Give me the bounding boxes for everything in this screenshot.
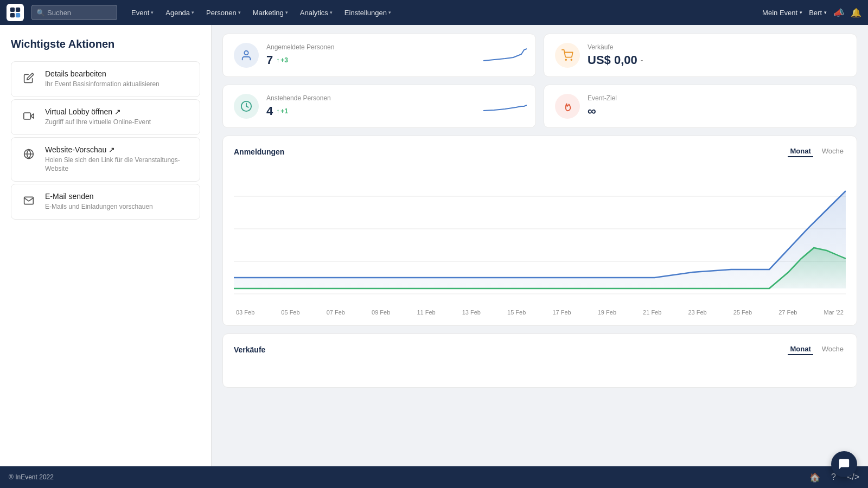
pencil-icon <box>20 69 37 87</box>
x-label-13: Mar '22 <box>824 309 843 316</box>
chevron-down-icon: ▾ <box>388 10 391 15</box>
verkaeufe-tab-monat[interactable]: Monat <box>788 344 813 355</box>
anmeldungen-tab-woche[interactable]: Woche <box>820 146 846 157</box>
search-bar[interactable]: 🔍 <box>31 5 117 20</box>
action-website-content: Website-Vorschau ↗ Holen Sie sich den Li… <box>45 145 191 174</box>
cart-icon-wrap <box>555 43 580 68</box>
clock-icon-wrap <box>234 94 259 119</box>
chevron-down-icon: ▾ <box>824 10 827 15</box>
footer: ® InEvent 2022 🏠 ? </> <box>0 466 868 488</box>
anmeldungen-chart-section: Anmeldungen Monat Woche <box>222 136 857 326</box>
nav-menu: Event ▾ Agenda ▾ Personen ▾ Marketing ▾ … <box>126 5 758 20</box>
verkaeufe-tab-woche[interactable]: Woche <box>820 344 846 355</box>
svg-marker-4 <box>30 114 34 118</box>
x-label-1: 05 Feb <box>281 309 299 316</box>
x-label-0: 03 Feb <box>236 309 254 316</box>
stat-cards: Angemeldete Personen 7 ↑ +3 <box>222 34 857 128</box>
svg-rect-0 <box>10 8 15 12</box>
stat-delta-angemeldete: ↑ +3 <box>276 56 288 64</box>
chevron-down-icon: ▾ <box>238 10 241 15</box>
action-email-subtitle: E-Mails und Einladungen vorschauen <box>45 202 191 211</box>
stat-label-verkaeufe: Verkäufe <box>588 43 846 51</box>
stat-value-event-ziel: ∞ <box>588 104 846 118</box>
action-lobby-title: Virtual Lobby öffnen ↗ <box>45 107 191 116</box>
svg-point-9 <box>565 59 566 60</box>
chevron-down-icon: ▾ <box>151 10 154 15</box>
svg-rect-3 <box>16 13 20 17</box>
stat-chart-angemeldete <box>483 44 527 66</box>
main-layout: Wichtigste Aktionen Details bearbeiten I… <box>0 25 868 466</box>
envelope-icon <box>20 192 37 209</box>
chevron-down-icon: ▾ <box>800 10 802 15</box>
search-icon: 🔍 <box>36 9 45 17</box>
anmeldungen-tab-monat[interactable]: Monat <box>788 146 813 157</box>
svg-marker-16 <box>234 191 846 288</box>
sidebar-title: Wichtigste Aktionen <box>11 38 200 50</box>
nav-item-event[interactable]: Event ▾ <box>126 5 159 20</box>
action-details[interactable]: Details bearbeiten Ihr Event Basisinform… <box>11 61 200 97</box>
verkaeufe-chart-title: Verkäufe <box>234 345 265 354</box>
mein-event-button[interactable]: Mein Event ▾ <box>762 9 802 17</box>
stat-chart-anstehende <box>483 95 527 117</box>
verkaeufe-chart-section: Verkäufe Monat Woche <box>222 333 857 388</box>
sidebar: Wichtigste Aktionen Details bearbeiten I… <box>0 25 212 466</box>
x-label-11: 25 Feb <box>733 309 752 316</box>
stat-value-verkaeufe: US$ 0,00 - <box>588 53 846 67</box>
stat-content-verkaeufe: Verkäufe US$ 0,00 - <box>588 43 846 67</box>
fire-icon-wrap <box>555 94 580 119</box>
stat-content-event-ziel: Event-Ziel ∞ <box>588 94 846 118</box>
anmeldungen-chart-area: 03 Feb 05 Feb 07 Feb 09 Feb 11 Feb 13 Fe… <box>234 164 846 316</box>
svg-point-8 <box>244 51 248 55</box>
footer-copyright: ® InEvent 2022 <box>9 473 54 481</box>
logo[interactable] <box>7 4 24 21</box>
verkaeufe-chart-tabs: Monat Woche <box>788 344 846 355</box>
action-website-title: Website-Vorschau ↗ <box>45 145 191 154</box>
globe-icon <box>20 145 37 163</box>
x-label-2: 07 Feb <box>327 309 345 316</box>
bell-icon[interactable]: 🔔 <box>851 8 861 18</box>
x-label-7: 17 Feb <box>552 309 571 316</box>
person-icon-wrap <box>234 43 259 68</box>
chat-button[interactable] <box>831 451 857 477</box>
action-lobby-subtitle: Zugriff auf Ihre virtuelle Online-Event <box>45 118 191 127</box>
search-input[interactable] <box>47 9 112 17</box>
action-email[interactable]: E-Mail senden E-Mails und Einladungen vo… <box>11 184 200 220</box>
anmeldungen-chart-title: Anmeldungen <box>234 147 284 156</box>
home-icon[interactable]: 🏠 <box>809 472 820 483</box>
megaphone-icon[interactable]: 📣 <box>833 8 844 18</box>
navbar-right: Mein Event ▾ Bert ▾ 📣 🔔 <box>762 8 861 18</box>
action-details-subtitle: Ihr Event Basisinformation aktualisieren <box>45 80 191 89</box>
svg-rect-2 <box>10 13 15 17</box>
x-label-12: 27 Feb <box>778 309 797 316</box>
stat-card-event-ziel: Event-Ziel ∞ <box>544 85 857 128</box>
x-label-8: 19 Feb <box>598 309 616 316</box>
action-email-content: E-Mail senden E-Mails und Einladungen vo… <box>45 192 191 211</box>
x-label-4: 11 Feb <box>417 309 435 316</box>
svg-rect-1 <box>16 8 20 12</box>
stat-card-anstehende: Anstehende Personen 4 ↑ +1 <box>222 85 536 128</box>
svg-rect-5 <box>24 113 31 119</box>
x-label-6: 15 Feb <box>507 309 526 316</box>
sidebar-actions: Details bearbeiten Ihr Event Basisinform… <box>11 61 200 220</box>
chevron-down-icon: ▾ <box>192 10 194 15</box>
action-website[interactable]: Website-Vorschau ↗ Holen Sie sich den Li… <box>11 137 200 182</box>
chevron-down-icon: ▾ <box>285 10 288 15</box>
action-website-subtitle: Holen Sie sich den Link für die Veransta… <box>45 156 191 174</box>
stat-label-event-ziel: Event-Ziel <box>588 94 846 102</box>
action-lobby-content: Virtual Lobby öffnen ↗ Zugriff auf Ihre … <box>45 107 191 127</box>
nav-item-personen[interactable]: Personen ▾ <box>201 5 246 20</box>
svg-point-10 <box>571 59 572 60</box>
chevron-down-icon: ▾ <box>330 10 333 15</box>
user-menu[interactable]: Bert ▾ <box>809 9 827 17</box>
x-label-3: 09 Feb <box>372 309 390 316</box>
nav-item-marketing[interactable]: Marketing ▾ <box>247 5 293 20</box>
verkaeufe-chart-header: Verkäufe Monat Woche <box>234 344 846 355</box>
action-lobby[interactable]: Virtual Lobby öffnen ↗ Zugriff auf Ihre … <box>11 99 200 135</box>
nav-item-analytics[interactable]: Analytics ▾ <box>295 5 338 20</box>
nav-item-agenda[interactable]: Agenda ▾ <box>160 5 200 20</box>
x-label-5: 13 Feb <box>462 309 481 316</box>
nav-item-einstellungen[interactable]: Einstellungen ▾ <box>339 5 397 20</box>
action-email-title: E-Mail senden <box>45 192 191 201</box>
content-area: Angemeldete Personen 7 ↑ +3 <box>212 25 868 466</box>
anmeldungen-chart-tabs: Monat Woche <box>788 146 846 157</box>
